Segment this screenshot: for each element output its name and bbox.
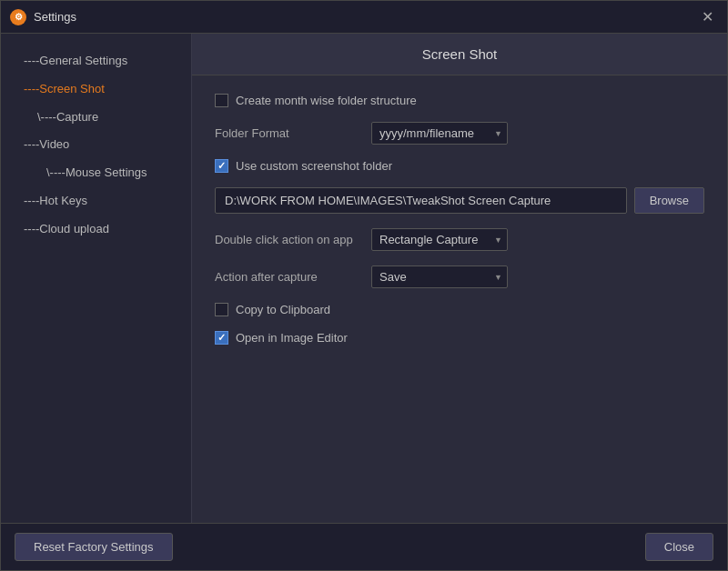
double-click-select-wrapper: Rectangle Capture Full Screen Window Cap…: [371, 228, 508, 251]
action-after-select[interactable]: Save Save As Copy Print: [371, 265, 508, 288]
sidebar-item-general-settings[interactable]: ----General Settings: [1, 47, 191, 75]
open-editor-text: Open in Image Editor: [236, 331, 348, 345]
action-after-row: Action after capture Save Save As Copy P…: [215, 265, 704, 288]
folder-format-select[interactable]: yyyy/mm/filename yyyy/filename mm/filena…: [371, 122, 508, 145]
double-click-row: Double click action on app Rectangle Cap…: [215, 228, 704, 251]
title-bar: ⚙ Settings ✕: [1, 1, 727, 34]
double-click-label: Double click action on app: [215, 233, 360, 246]
main-content: ----General Settings ----Screen Shot \--…: [1, 34, 727, 523]
use-custom-folder-label[interactable]: Use custom screenshot folder: [215, 159, 392, 173]
create-month-wise-checkbox[interactable]: [215, 94, 228, 107]
open-editor-row: Open in Image Editor: [215, 331, 704, 345]
window-title: Settings: [34, 10, 76, 24]
open-editor-checkbox[interactable]: [215, 331, 228, 345]
action-after-label: Action after capture: [215, 270, 360, 284]
close-button[interactable]: Close: [645, 533, 713, 561]
app-icon: ⚙: [10, 9, 26, 25]
create-month-wise-text: Create month wise folder structure: [236, 94, 417, 107]
browse-button[interactable]: Browse: [634, 187, 704, 214]
sidebar: ----General Settings ----Screen Shot \--…: [1, 34, 192, 523]
create-month-wise-label[interactable]: Create month wise folder structure: [215, 94, 417, 107]
panel-header: Screen Shot: [192, 34, 727, 75]
sidebar-item-cloud-upload[interactable]: ----Cloud upload: [1, 215, 191, 244]
sidebar-item-screen-shot[interactable]: ----Screen Shot: [1, 75, 191, 104]
copy-clipboard-row: Copy to Clipboard: [215, 303, 704, 316]
action-after-select-wrapper: Save Save As Copy Print: [371, 265, 508, 288]
folder-format-select-wrapper: yyyy/mm/filename yyyy/filename mm/filena…: [371, 122, 508, 145]
right-panel: Screen Shot Create month wise folder str…: [192, 34, 727, 523]
panel-body: Create month wise folder structure Folde…: [192, 75, 727, 523]
open-editor-label[interactable]: Open in Image Editor: [215, 331, 348, 345]
copy-clipboard-label[interactable]: Copy to Clipboard: [215, 303, 330, 316]
settings-window: ⚙ Settings ✕ ----General Settings ----Sc…: [0, 0, 728, 571]
use-custom-folder-text: Use custom screenshot folder: [236, 159, 392, 173]
sidebar-item-hot-keys[interactable]: ----Hot Keys: [1, 187, 191, 215]
sidebar-item-capture[interactable]: \----Capture: [1, 104, 191, 132]
folder-path-input[interactable]: [215, 187, 627, 214]
copy-clipboard-text: Copy to Clipboard: [236, 303, 330, 316]
reset-factory-button[interactable]: Reset Factory Settings: [15, 533, 173, 561]
sidebar-item-video[interactable]: ----Video: [1, 131, 191, 159]
double-click-select[interactable]: Rectangle Capture Full Screen Window Cap…: [371, 228, 508, 251]
create-month-wise-row: Create month wise folder structure: [215, 94, 704, 107]
title-bar-left: ⚙ Settings: [10, 9, 76, 25]
use-custom-folder-row: Use custom screenshot folder: [215, 159, 704, 173]
footer: Reset Factory Settings Close: [1, 523, 727, 570]
sidebar-item-mouse-settings[interactable]: \----Mouse Settings: [1, 159, 191, 187]
folder-path-row: Browse: [215, 187, 704, 214]
window-close-button[interactable]: ✕: [696, 6, 718, 28]
copy-clipboard-checkbox[interactable]: [215, 303, 228, 316]
folder-format-label: Folder Format: [215, 126, 360, 140]
folder-format-row: Folder Format yyyy/mm/filename yyyy/file…: [215, 122, 704, 145]
use-custom-folder-checkbox[interactable]: [215, 159, 228, 173]
